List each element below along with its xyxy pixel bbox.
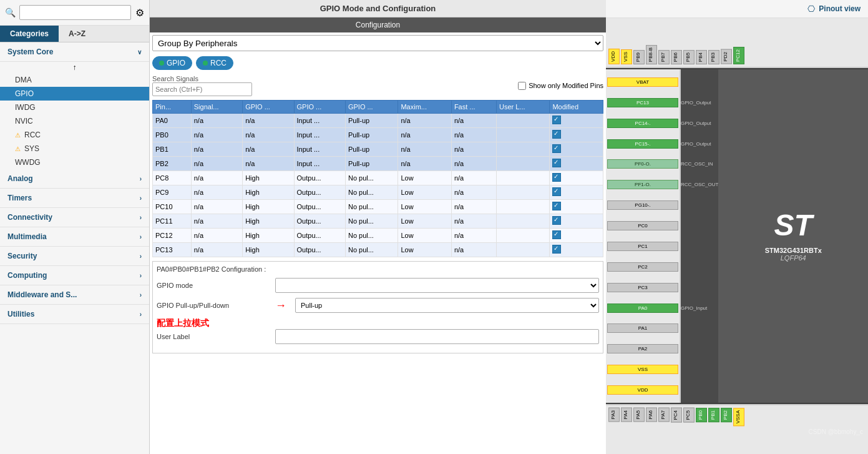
sidebar-search-input[interactable]	[19, 5, 131, 20]
settings-gear-button[interactable]: ⚙	[135, 5, 144, 20]
sidebar-item-iwdg[interactable]: IWDG	[0, 101, 149, 114]
table-row[interactable]: PC13 n/a High Outpu... No pul... Low n/a	[153, 243, 603, 257]
bottom-pin-pc5[interactable]: PC5	[683, 408, 695, 423]
tab-row: GPIO RCC	[152, 56, 603, 70]
group-by-select[interactable]: Group By Peripherals	[152, 35, 603, 51]
search-signals-input[interactable]	[152, 82, 252, 96]
left-pin-pf1[interactable]: PF1-O.	[607, 180, 678, 189]
user-label-input[interactable]	[275, 329, 599, 344]
group-security[interactable]: Security ›	[0, 247, 149, 266]
left-pin-pc15[interactable]: PC15-.	[607, 139, 678, 149]
left-pin-pa0[interactable]: PA0	[607, 303, 678, 313]
bottom-pin-pa5[interactable]: PA5	[633, 408, 645, 422]
collapse-arrow[interactable]: ↑	[0, 62, 149, 73]
group-computing[interactable]: Computing ›	[0, 266, 149, 285]
left-func-labels: GPIO_Output GPIO_Output GPIO_Output RCC_…	[681, 69, 718, 403]
top-pin-pb6[interactable]: PB6	[671, 50, 682, 64]
sidebar-item-nvic[interactable]: NVIC	[0, 114, 149, 128]
group-system-core[interactable]: System Core ∨	[0, 42, 149, 62]
table-row[interactable]: PB0 n/a n/a Input ... Pull-up n/a n/a	[153, 128, 603, 142]
th-gpio2[interactable]: GPIO ...	[294, 101, 345, 114]
sidebar-item-gpio[interactable]: GPIO	[0, 87, 149, 101]
left-pin-pc2[interactable]: PC2	[607, 262, 678, 272]
left-pin-pg10[interactable]: PG10-.	[607, 200, 678, 210]
th-user[interactable]: User L...	[496, 101, 550, 114]
top-pin-vss[interactable]: VSS	[621, 49, 632, 64]
th-max[interactable]: Maxim...	[398, 101, 451, 114]
table-row[interactable]: PC8 n/a High Outpu... No pul... Low n/a	[153, 171, 603, 185]
sidebar-item-dma[interactable]: DMA	[0, 73, 149, 87]
sidebar-item-rcc[interactable]: RCC	[0, 128, 149, 142]
table-row[interactable]: PC11 n/a High Outpu... No pul... Low n/a	[153, 214, 603, 229]
tab-categories[interactable]: Categories	[0, 26, 59, 42]
left-pin-pa1[interactable]: PA1	[607, 323, 678, 333]
label-rcc-osc-in: RCC_OSC_IN	[681, 157, 718, 171]
th-pin[interactable]: Pin...	[153, 101, 192, 114]
label-gpio-out-pc14: GPIO_Output	[681, 116, 718, 130]
show-modified-checkbox[interactable]	[518, 82, 526, 90]
top-pin-pb8b[interactable]: PB8-B	[646, 45, 657, 64]
gpio-tab-chip[interactable]: GPIO	[152, 56, 192, 70]
bottom-pin-vssa[interactable]: VSSA	[733, 408, 744, 426]
cell-signal: n/a	[191, 128, 242, 142]
group-timers[interactable]: Timers ›	[0, 189, 149, 208]
left-pin-vdd2[interactable]: VDD	[607, 385, 678, 395]
cell-signal: n/a	[191, 185, 242, 200]
th-gpio3[interactable]: GPIO ...	[345, 101, 397, 114]
th-modified[interactable]: Modified	[550, 101, 603, 114]
table-row[interactable]: PB2 n/a n/a Input ... Pull-up n/a n/a	[153, 157, 603, 171]
table-row[interactable]: PA0 n/a n/a Input ... Pull-up n/a n/a	[153, 114, 603, 128]
bottom-pin-pa3[interactable]: PA3	[608, 408, 620, 422]
table-row[interactable]: PB1 n/a n/a Input ... Pull-up n/a n/a	[153, 142, 603, 157]
bottom-pin-pa6[interactable]: PA6	[646, 408, 657, 422]
gpio-table-container: Pin... Signal... GPIO ... GPIO ... GPIO …	[152, 100, 603, 257]
cell-gpio1: High	[243, 171, 294, 185]
top-pin-vdd[interactable]: VDD	[608, 49, 620, 64]
top-pin-pb7[interactable]: PB7	[658, 50, 670, 64]
top-pin-pc12[interactable]: PC12	[733, 47, 744, 64]
top-pin-pb5[interactable]: PB5	[683, 50, 695, 64]
chevron-right-icon: ›	[140, 175, 142, 182]
bottom-pin-pb0[interactable]: PB0	[696, 408, 707, 422]
top-pin-pb3[interactable]: PB3	[708, 50, 719, 64]
bottom-pin-pb1[interactable]: PB1	[708, 408, 719, 422]
th-gpio1[interactable]: GPIO ...	[243, 101, 294, 114]
group-multimedia[interactable]: Multimedia ›	[0, 227, 149, 247]
th-fast[interactable]: Fast ...	[451, 101, 496, 114]
table-row[interactable]: PC9 n/a High Outpu... No pul... Low n/a	[153, 185, 603, 200]
group-analog[interactable]: Analog ›	[0, 169, 149, 189]
gpio-pulldown-select[interactable]: Pull-up	[295, 298, 599, 313]
rcc-tab-chip[interactable]: RCC	[196, 56, 233, 70]
sidebar-item-sys[interactable]: SYS	[0, 142, 149, 155]
gpio-dot	[159, 61, 164, 66]
left-pin-vbat[interactable]: VBAT	[607, 77, 678, 87]
bottom-pin-pb2[interactable]: PB2	[721, 408, 732, 422]
top-pin-pb9[interactable]: PB9	[633, 50, 645, 64]
left-pin-vss2[interactable]: VSS	[607, 365, 678, 374]
cell-gpio2: Outpu...	[294, 243, 345, 257]
left-pin-pf0[interactable]: PF0-O.	[607, 159, 678, 169]
left-pin-pc13[interactable]: PC13	[607, 98, 678, 107]
bottom-pin-pc4[interactable]: PC4	[671, 408, 682, 423]
sidebar-item-wwdg[interactable]: WWDG	[0, 155, 149, 169]
group-connectivity[interactable]: Connectivity ›	[0, 208, 149, 227]
chevron-right-icon-2: ›	[140, 195, 142, 202]
left-pin-pc3[interactable]: PC3	[607, 283, 678, 292]
table-row[interactable]: PC10 n/a High Outpu... No pul... Low n/a	[153, 200, 603, 214]
left-pin-pc0[interactable]: PC0	[607, 221, 678, 230]
bottom-pin-pa4[interactable]: PA4	[621, 408, 632, 422]
left-pin-pc14[interactable]: PC14-.	[607, 119, 678, 128]
tab-atoz[interactable]: A->Z	[59, 26, 95, 42]
left-pin-pa2[interactable]: PA2	[607, 344, 678, 353]
th-signal[interactable]: Signal...	[191, 101, 242, 114]
top-pin-pb4[interactable]: PB4	[696, 50, 707, 64]
top-pin-pd2[interactable]: PD2	[721, 49, 732, 64]
table-row[interactable]: PC12 n/a High Outpu... No pul... Low n/a	[153, 229, 603, 243]
group-utilities[interactable]: Utilities ›	[0, 305, 149, 324]
bottom-pin-pa7[interactable]: PA7	[658, 408, 670, 422]
gpio-mode-select[interactable]	[275, 278, 599, 293]
left-pin-pc1[interactable]: PC1	[607, 242, 678, 251]
cell-pin: PC9	[153, 185, 192, 200]
cell-user	[496, 229, 550, 243]
group-middleware[interactable]: Middleware and S... ›	[0, 285, 149, 305]
